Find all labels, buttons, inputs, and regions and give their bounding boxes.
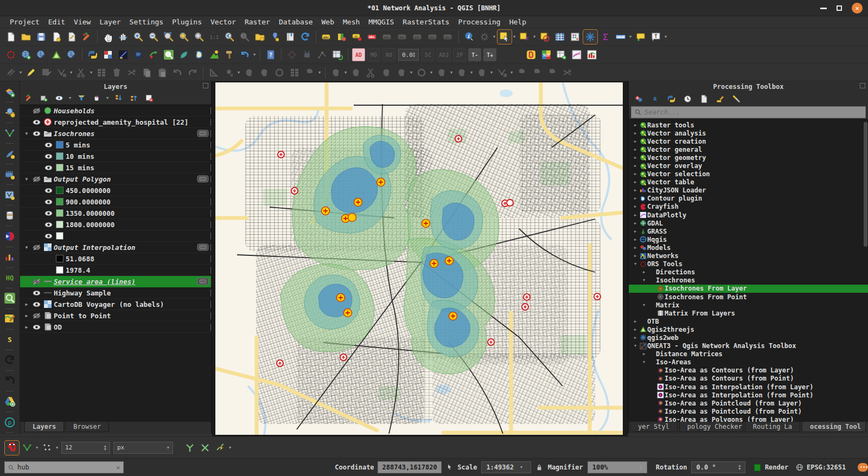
menu-layer[interactable]: Layer	[95, 17, 125, 27]
messages-icon[interactable]	[858, 463, 868, 472]
memory-layer-indicator-icon[interactable]	[197, 130, 209, 139]
minimize-button[interactable]	[820, 8, 827, 9]
add-web-layer-icon[interactable]	[20, 48, 33, 61]
snapping-type-icon[interactable]	[41, 441, 54, 454]
save-project-icon[interactable]	[35, 30, 48, 43]
add-delimited-layer-icon[interactable]	[2, 146, 17, 161]
algorithm-iso-area-as-pointcloud-from-point-[interactable]: Iso-Area as Pointcloud (from Point)	[629, 407, 868, 415]
visibility-checkbox[interactable]	[31, 244, 42, 251]
models-menu-icon[interactable]	[633, 93, 644, 104]
visibility-checkbox[interactable]	[31, 301, 42, 308]
undo-geometry-icon[interactable]	[238, 48, 251, 61]
s-plugin-icon[interactable]: S	[2, 332, 17, 347]
expand-arrow[interactable]: ▶	[632, 221, 639, 226]
algorithm-qgis2web[interactable]: ▶qgis2web	[629, 333, 868, 342]
tab-layers[interactable]: Layers	[24, 422, 64, 432]
new-project-icon[interactable]	[4, 30, 17, 43]
algorithm-matrix-from-layers[interactable]: Matrix From Layers	[629, 309, 868, 317]
algorithm-vector-selection[interactable]: ▶Vector selection	[629, 170, 868, 178]
ors-tools-icon[interactable]	[4, 48, 17, 61]
algorithm-isochrones[interactable]: ▼Isochrones	[629, 276, 868, 285]
expand-arrow[interactable]: ▶	[632, 196, 639, 201]
zoom-to-selection-icon[interactable]	[177, 30, 190, 43]
python-scripts-icon[interactable]	[666, 93, 676, 104]
contour-plugin-icon[interactable]	[525, 48, 538, 61]
algorithm-iso-area-as-contours-from-layer-[interactable]: Iso-Area as Contours (from Layer)	[629, 366, 868, 375]
visibility-checkbox[interactable]	[31, 324, 42, 331]
expand-arrow[interactable]: ▶	[632, 172, 639, 176]
layer-item-households[interactable]: Households	[20, 105, 211, 117]
render-checkbox[interactable]	[754, 464, 760, 471]
menu-vector[interactable]: Vector	[206, 17, 240, 27]
menu-database[interactable]: Database	[275, 17, 317, 27]
menu-processing[interactable]: Processing	[454, 17, 505, 27]
open-project-icon[interactable]	[20, 30, 33, 43]
algorithm-raster-tools[interactable]: ▶Raster tools	[629, 121, 868, 129]
self-snapping-icon[interactable]	[214, 441, 227, 454]
histogram-tool-icon[interactable]	[585, 48, 598, 61]
dock-tab-routing-la[interactable]: Routing La	[745, 422, 800, 432]
select-features-dropdown-arrow[interactable]: ▼	[512, 30, 516, 43]
algorithm-qgis2threejs[interactable]: ▶Qgis2threejs	[629, 325, 868, 333]
manage-map-themes-dropdown-arrow[interactable]: ▼	[68, 92, 72, 105]
expand-arrow[interactable]: ▶	[632, 180, 639, 184]
split-features-dropdown-arrow[interactable]: ▼	[489, 66, 494, 79]
expand-arrow[interactable]: ▼	[632, 344, 639, 348]
menu-settings[interactable]: Settings	[125, 17, 168, 27]
crs-status[interactable]: EPSG:32651	[807, 464, 846, 471]
processing-search-input[interactable]: Search...	[631, 106, 866, 118]
expand-arrow[interactable]: ▶	[632, 237, 639, 242]
memory-layer-indicator-icon[interactable]	[197, 175, 209, 184]
expand-arrow[interactable]: ▶	[22, 302, 31, 307]
layer-item-highway-sample[interactable]: Highway Sample	[20, 287, 211, 299]
expand-arrow[interactable]: ▼	[22, 245, 31, 250]
algorithm-models[interactable]: ▶Models	[629, 243, 868, 252]
visibility-checkbox[interactable]	[31, 119, 42, 126]
algorithm-ors-tools[interactable]: ▼ORS Tools	[629, 260, 868, 268]
expand-arrow[interactable]: ▶	[641, 270, 647, 274]
dock-tab-ocessing-tool[interactable]: ocessing Tool	[802, 422, 866, 432]
layer-item-5-mins[interactable]: 5 mins	[20, 139, 211, 151]
visibility-checkbox[interactable]	[31, 278, 42, 285]
vertex-tool-dropdown-arrow[interactable]: ▼	[343, 66, 348, 79]
move-feature-dropdown-arrow[interactable]: ▼	[237, 66, 241, 79]
cad-angle-spin[interactable]: 0.0▲▼	[398, 49, 419, 61]
clear-search-icon[interactable]: ✕	[117, 464, 120, 471]
search-layers-icon[interactable]	[162, 48, 175, 61]
lock-scale-icon[interactable]	[537, 464, 542, 472]
algorithm-otb[interactable]: ▶OTB	[629, 317, 868, 325]
quickmapservices-icon[interactable]	[177, 48, 190, 61]
algorithm-distance-matrices[interactable]: ▶Distance Matrices	[629, 350, 868, 358]
dock-tab-pology-checker-pa[interactable]: pology Checker Pa	[679, 422, 743, 432]
locator-search-input[interactable]: hub ✕	[4, 461, 124, 473]
menu-project[interactable]: Project	[5, 17, 44, 27]
layer-item-output-polygon[interactable]: ▼Output Polygon	[20, 173, 211, 185]
maximize-button[interactable]	[837, 5, 842, 11]
algorithm-vector-table[interactable]: ▶Vector table	[629, 178, 868, 186]
python-console-icon[interactable]	[86, 48, 99, 61]
help-contents-icon[interactable]: ?	[264, 48, 277, 61]
expand-arrow[interactable]: ▶	[632, 147, 639, 152]
algorithm-vector-general[interactable]: ▶Vector general	[629, 145, 868, 153]
expand-arrow[interactable]: ▶	[632, 123, 639, 127]
snap-units-combo[interactable]: px▼	[113, 442, 173, 454]
expand-arrow[interactable]: ▶	[632, 139, 639, 144]
expand-arrow[interactable]: ▶	[22, 325, 31, 330]
algorithm-crayfish[interactable]: ▶Crayfish	[629, 203, 868, 211]
current-edits-dropdown-arrow[interactable]: ▼	[18, 66, 23, 79]
remove-layer-icon[interactable]	[144, 93, 155, 104]
history-icon[interactable]	[682, 93, 693, 104]
expand-arrow[interactable]: ▼	[22, 177, 31, 182]
layer-item-cartodb-voyager-no-labels-[interactable]: ▶CartoDB Voyager (no labels)	[20, 299, 211, 310]
algorithm-matrix[interactable]: ▼Matrix	[629, 301, 868, 309]
menu-web[interactable]: Web	[317, 17, 339, 27]
expand-arrow[interactable]: ▼	[22, 131, 31, 136]
identify-features-icon[interactable]: i	[463, 30, 476, 43]
field-calculator-icon[interactable]	[569, 30, 582, 43]
dock-tab-yer-styl[interactable]: yer Styl	[630, 422, 678, 432]
layer-item-1800-0000000[interactable]: 1800.0000000	[20, 219, 211, 230]
data-source-manager-icon[interactable]	[2, 85, 17, 99]
add-group-icon[interactable]	[39, 93, 49, 104]
results-viewer-icon[interactable]	[698, 93, 709, 104]
zoom-full-icon[interactable]	[162, 30, 175, 43]
